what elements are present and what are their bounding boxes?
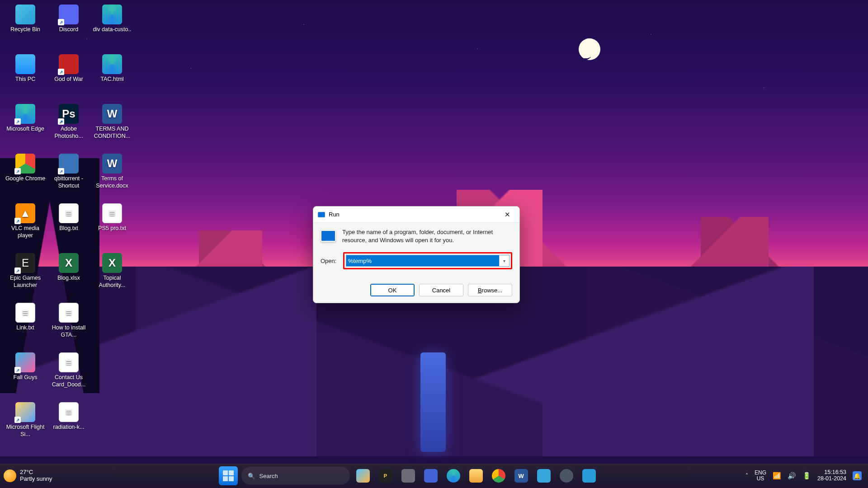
desktop-icon-glyph: ≡ — [59, 303, 79, 323]
desktop-icon-glyph — [59, 154, 79, 174]
desktop-icon-glyph — [102, 5, 122, 24]
desktop-icon[interactable]: WTERMS AND CONDITION... — [90, 101, 134, 151]
wifi-icon[interactable]: 📶 — [773, 472, 781, 480]
desktop-icon[interactable]: Microsoft Flight Si... — [4, 399, 47, 449]
desktop-icon[interactable]: ≡Link.txt — [4, 300, 47, 350]
desktop-icon[interactable]: Fall Guys — [4, 350, 47, 399]
desktop-icon[interactable]: Microsoft Edge — [4, 101, 47, 151]
taskbar: 27°C Partly sunny 🔍 Search P W — [0, 464, 868, 488]
desktop-icon-label: Fall Guys — [14, 374, 38, 381]
desktop-icon-label: Blog.xlsx — [57, 275, 80, 282]
open-input[interactable]: %temp% — [346, 255, 499, 266]
desktop-icon-label: TAC.html — [100, 76, 123, 83]
desktop-icon-glyph — [59, 54, 79, 74]
run-button-row: OK Cancel Browse... — [313, 277, 519, 303]
desktop-icon-glyph — [15, 54, 35, 74]
run-app-icon — [321, 230, 336, 242]
start-button[interactable] — [219, 466, 238, 485]
desktop-icon-glyph: ≡ — [59, 352, 79, 372]
weather-icon — [4, 469, 16, 482]
desktop-icon-glyph: W — [102, 154, 122, 174]
desktop-icon-glyph — [15, 104, 35, 124]
desktop-icon-label: Recycle Bin — [10, 26, 40, 33]
desktop-icon-glyph: ≡ — [102, 203, 122, 223]
battery-icon[interactable]: 🔋 — [802, 472, 811, 480]
run-body: Type the name of a program, folder, docu… — [313, 223, 519, 277]
desktop-icon-label: Microsoft Flight Si... — [5, 424, 46, 438]
open-combobox[interactable]: %temp% ▾ — [346, 255, 509, 267]
desktop-icon-glyph: ≡ — [59, 402, 79, 422]
system-tray: ˄ ENG US 📶 🔊 🔋 15:16:53 28-01-2024 🔔 — [745, 469, 864, 482]
desktop-icon[interactable]: div data-custo.. — [90, 2, 134, 52]
wallpaper-moon — [576, 35, 604, 63]
desktop-icon-label: Google Chrome — [5, 175, 45, 183]
notifications-icon[interactable]: 🔔 — [853, 471, 862, 480]
browse-button[interactable]: Browse... — [468, 284, 512, 296]
volume-icon[interactable]: 🔊 — [788, 472, 796, 480]
desktop-icon-label: Adobe Photosho... — [48, 126, 90, 140]
desktop-icon[interactable]: ▲VLC media player — [4, 201, 47, 250]
taskbar-widgets[interactable] — [354, 466, 373, 485]
desktop-icon-glyph: ≡ — [59, 203, 79, 223]
desktop-icon[interactable]: Discord — [47, 2, 90, 52]
desktop-icon[interactable]: ≡radiation-k... — [47, 399, 90, 449]
taskbar-app-word[interactable]: W — [512, 466, 531, 485]
desktop-icon-glyph — [15, 5, 35, 24]
cancel-button[interactable]: Cancel — [419, 284, 463, 296]
desktop-icon-label: This PC — [15, 76, 35, 83]
desktop-icon[interactable]: PsAdobe Photosho... — [47, 101, 90, 151]
desktop-icon[interactable]: XTopical Authority... — [90, 250, 134, 300]
desktop-icon[interactable]: Google Chrome — [4, 151, 47, 201]
desktop-icon-glyph: X — [59, 253, 79, 273]
desktop-icon-label: Link.txt — [16, 324, 34, 332]
taskbar-app-explorer[interactable] — [467, 466, 486, 485]
taskbar-app-run[interactable] — [580, 466, 599, 485]
desktop-icon-glyph — [15, 402, 35, 422]
run-titlebar[interactable]: Run ✕ — [313, 206, 519, 223]
desktop-icon[interactable]: EEpic Games Launcher — [4, 250, 47, 300]
desktop-icon[interactable]: God of War — [47, 52, 90, 101]
taskbar-app-pikashow[interactable]: P — [376, 466, 395, 485]
ok-button[interactable]: OK — [370, 284, 415, 296]
taskbar-task-view[interactable] — [399, 466, 418, 485]
taskbar-app-edge[interactable] — [444, 466, 463, 485]
desktop-icon-label: PS5 pro.txt — [98, 225, 126, 232]
desktop-icon[interactable]: WTerms of Service.docx — [90, 151, 134, 201]
desktop-icon-glyph — [15, 352, 35, 372]
search-box[interactable]: 🔍 Search — [241, 467, 350, 485]
desktop-icon[interactable]: ≡How to install GTA... — [47, 300, 90, 350]
desktop-icon-label: Contact Us Card_Dood... — [48, 374, 90, 388]
desktop-icon-label: TERMS AND CONDITION... — [91, 126, 133, 140]
desktop-icon[interactable]: Recycle Bin — [4, 2, 47, 52]
desktop-icon-label: Epic Games Launcher — [5, 275, 46, 289]
weather-widget[interactable]: 27°C Partly sunny — [4, 469, 71, 483]
desktop-icon-label: Blog.txt — [59, 225, 78, 232]
keyboard-language[interactable]: ENG US — [755, 470, 766, 481]
taskbar-app-settings[interactable] — [557, 466, 576, 485]
desktop-icon[interactable]: TAC.html — [90, 52, 134, 101]
taskbar-app-notepad[interactable] — [534, 466, 553, 485]
desktop-icon[interactable]: This PC — [4, 52, 47, 101]
desktop-icon[interactable]: XBlog.xlsx — [47, 250, 90, 300]
desktop-icon[interactable]: ≡Contact Us Card_Dood... — [47, 350, 90, 399]
desktop-icon[interactable]: ≡PS5 pro.txt — [90, 201, 134, 250]
desktop-icon[interactable]: qbittorrent - Shortcut — [47, 151, 90, 201]
taskbar-center: 🔍 Search P W — [75, 466, 742, 485]
close-button[interactable]: ✕ — [498, 208, 517, 221]
desktop-icon-label: God of War — [54, 76, 83, 83]
open-label: Open: — [321, 258, 339, 264]
search-placeholder: Search — [259, 473, 278, 479]
desktop-icon-glyph: W — [102, 104, 122, 124]
desktop-icon-label: radiation-k... — [53, 424, 85, 431]
desktop[interactable]: Recycle BinDiscorddiv data-custo..This P… — [0, 0, 868, 488]
chevron-down-icon[interactable]: ▾ — [499, 255, 509, 266]
tray-overflow-icon[interactable]: ˄ — [745, 473, 748, 479]
taskbar-app-todo[interactable] — [421, 466, 440, 485]
desktop-icon-label: Discord — [59, 26, 78, 33]
desktop-icon-label: How to install GTA... — [48, 324, 90, 338]
taskbar-app-chrome[interactable] — [489, 466, 508, 485]
desktop-icon[interactable]: ≡Blog.txt — [47, 201, 90, 250]
desktop-icon-glyph: ≡ — [15, 303, 35, 323]
desktop-icon-label: Microsoft Edge — [6, 126, 44, 133]
clock[interactable]: 15:16:53 28-01-2024 — [817, 469, 846, 482]
